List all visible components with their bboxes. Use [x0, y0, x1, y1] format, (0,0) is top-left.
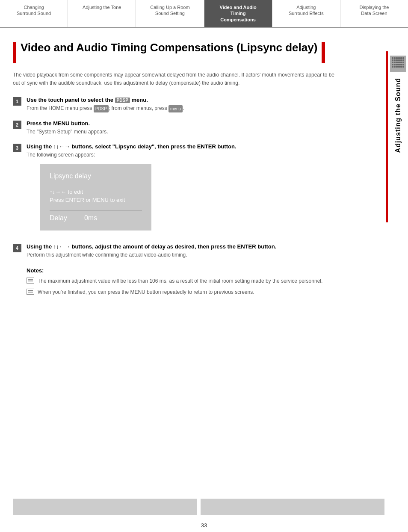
lipsync-box-instruction: ↑↓→← to edit Press ENTER or MENU to exit: [50, 188, 142, 204]
pdsp-button-icon: PDSP: [115, 98, 130, 103]
page-title-block: Video and Audio Timing Compensations (Li…: [13, 41, 355, 63]
bottom-navigation: [13, 499, 384, 515]
main-content: Video and Audio Timing Compensations (Li…: [0, 28, 376, 312]
tab-changing-surround[interactable]: Changing Surround Sound: [0, 0, 68, 27]
step-1-content: Use the touch panel to select the PDSP m…: [27, 97, 355, 112]
step-3-title: Using the ↑↓←→ buttons, select "Lipsync …: [27, 143, 355, 150]
note-icon-1: [27, 278, 34, 284]
notes-title: Notes:: [27, 267, 355, 274]
step-4-content: Using the ↑↓←→ buttons, adjust the amoun…: [27, 243, 355, 259]
step-4-title: Using the ↑↓←→ buttons, adjust the amoun…: [27, 243, 355, 250]
lipsync-box-title: Lipsync delay: [50, 172, 142, 180]
step-1-number: 1: [13, 97, 21, 106]
menu-button: menu: [169, 105, 183, 112]
lipsync-delay-box: Lipsync delay ↑↓→← to edit Press ENTER o…: [40, 164, 151, 231]
step-2-content: Press the MENU button. The "System Setup…: [27, 120, 355, 136]
tab-adjusting-surround[interactable]: Adjusting Surround Effects: [272, 0, 340, 27]
step-2-title: Press the MENU button.: [27, 120, 355, 127]
step-1-subtitle: From the HOME menu press PDSP; from othe…: [27, 104, 355, 112]
tab-video-audio[interactable]: Video and Audio Timing Compensations: [204, 0, 272, 27]
tab-displaying[interactable]: Displaying the Data Screen: [340, 0, 408, 27]
step-2-subtitle: The "System Setup" menu appears.: [27, 128, 355, 136]
step-4-subtitle: Perform this adjustment while confirming…: [27, 251, 355, 259]
note-item-1: The maximum adjustment value will be les…: [27, 277, 355, 285]
step-2-number: 2: [13, 121, 21, 129]
page-title: Video and Audio Timing Compensations (Li…: [21, 41, 317, 54]
step-4-number: 4: [13, 244, 21, 252]
top-navigation: Changing Surround Sound Adjusting the To…: [0, 0, 408, 28]
step-1: 1 Use the touch panel to select the PDSP…: [13, 97, 355, 112]
title-accent-right: [322, 42, 325, 63]
home-menu-button: PDSP: [94, 105, 109, 112]
notes-section: Notes: The maximum adjustment value will…: [27, 267, 355, 296]
step-1-title: Use the touch panel to select the PDSP m…: [27, 97, 355, 103]
bottom-nav-bar-right: [201, 499, 385, 515]
title-accent-left: [13, 42, 16, 63]
step-3: 3 Using the ↑↓←→ buttons, select "Lipsyn…: [13, 143, 355, 236]
delay-label: Delay: [50, 214, 67, 222]
lipsync-delay-row: Delay 0ms: [50, 210, 142, 222]
step-4: 4 Using the ↑↓←→ buttons, adjust the amo…: [13, 243, 355, 259]
tab-adjusting-tone[interactable]: Adjusting the Tone: [68, 0, 136, 27]
bottom-nav-bar-left: [13, 499, 197, 515]
page-number: 33: [201, 522, 207, 529]
sidebar-text: Adjusting the Sound: [394, 78, 402, 153]
step-2: 2 Press the MENU button. The "System Set…: [13, 120, 355, 136]
note-icon-2: [27, 289, 34, 295]
tab-calling-room[interactable]: Calling Up a Room Sound Setting: [136, 0, 204, 27]
sidebar: Adjusting the Sound: [386, 51, 408, 222]
step-3-subtitle: The following screen appears:: [27, 151, 355, 159]
sidebar-grid-icon: [390, 56, 406, 72]
step-3-content: Using the ↑↓←→ buttons, select "Lipsync …: [27, 143, 355, 236]
intro-text: The video playback from some components …: [13, 71, 338, 87]
step-3-number: 3: [13, 144, 21, 152]
note-item-2: When you're finished, you can press the …: [27, 288, 355, 296]
delay-value: 0ms: [84, 214, 97, 222]
